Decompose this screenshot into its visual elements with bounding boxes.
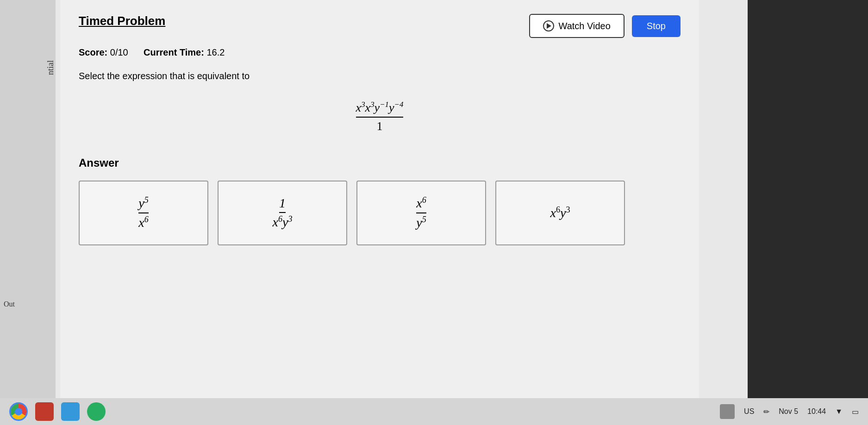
timed-problem-title: Timed Problem: [79, 14, 165, 28]
stop-button[interactable]: Stop: [632, 15, 681, 37]
time-label: Current Time:: [144, 47, 204, 57]
header-buttons: Watch Video Stop: [529, 14, 681, 38]
score-row: Score: 0/10 Current Time: 16.2: [79, 47, 681, 58]
answer-choice-3[interactable]: x6 y5: [356, 181, 486, 245]
expression-container: x3x3y−1y−4 1: [79, 100, 681, 133]
taskbar-right: US ✏ Nov 5 10:44 ▼ ▭: [720, 404, 859, 419]
answer-label: Answer: [79, 156, 681, 169]
watch-video-button[interactable]: Watch Video: [529, 14, 624, 38]
expression-numerator: x3x3y−1y−4: [356, 100, 404, 118]
watch-video-label: Watch Video: [559, 21, 611, 31]
score-label: Score:: [79, 47, 107, 57]
taskbar-time: 10:44: [807, 407, 826, 416]
right-panel: [748, 0, 868, 398]
chrome-icon[interactable]: [9, 402, 28, 421]
taskbar-wifi-icon: ✏: [763, 407, 769, 416]
score-value: 0/10: [110, 47, 128, 57]
main-expression: x3x3y−1y−4 1: [356, 100, 404, 133]
header-row: Timed Problem Watch Video Stop: [79, 14, 681, 38]
answer-choice-1[interactable]: y5 x6: [79, 181, 208, 245]
taskbar-date: Nov 5: [779, 407, 798, 416]
time-value: 16.2: [206, 47, 225, 57]
answer-choices: y5 x6 1 x6y3 x6 y5 x6y3: [79, 181, 681, 245]
taskbar-app-icon-3[interactable]: [61, 402, 80, 421]
taskbar-app-icon-2[interactable]: [35, 402, 54, 421]
question-text: Select the expression that is equivalent…: [79, 71, 681, 81]
sidebar-label-bottom: Out: [0, 296, 56, 312]
taskbar: US ✏ Nov 5 10:44 ▼ ▭: [0, 398, 868, 425]
taskbar-locale: US: [744, 407, 754, 416]
sidebar-label-top: ntial: [41, 60, 56, 75]
taskbar-system-icon[interactable]: [720, 404, 735, 419]
taskbar-battery-icon: ▭: [852, 407, 859, 416]
taskbar-icons: [9, 402, 106, 421]
expression-denominator: 1: [377, 119, 383, 133]
answer-choice-4[interactable]: x6y3: [495, 181, 625, 245]
answer-choice-2[interactable]: 1 x6y3: [218, 181, 347, 245]
sidebar: ntial: [0, 0, 56, 398]
taskbar-app-icon-4[interactable]: [87, 402, 106, 421]
main-content: Timed Problem Watch Video Stop Score: 0/…: [60, 0, 699, 398]
taskbar-network-icon: ▼: [835, 407, 843, 416]
play-icon: [543, 20, 554, 31]
